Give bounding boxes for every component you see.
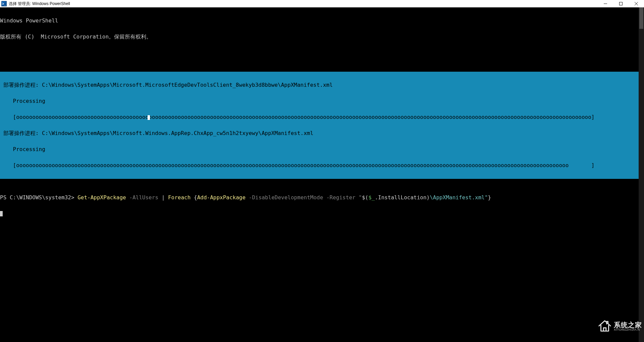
prompt: PS C:\WINDOWS\system32> (0, 194, 77, 201)
window-buttons (598, 0, 644, 7)
deployment-progress: 部署操作进程: C:\Windows\SystemApps\Microsoft.… (0, 72, 644, 179)
terminal[interactable]: Windows PowerShell 版权所有 (C) Microsoft Co… (0, 7, 644, 342)
cmd-flags: -DisableDevelopmentMode -Register (246, 194, 359, 201)
minimize-button[interactable] (598, 0, 613, 7)
watermark: 系统之家 XITONGZHIJIA.N (585, 313, 642, 340)
cmd-brace-close: } (488, 194, 491, 201)
selection-cursor (148, 115, 150, 120)
progress-0-title: 部署操作进程: C:\Windows\SystemApps\Microsoft.… (0, 82, 644, 88)
cursor-line (0, 211, 644, 216)
scrollbar-thumb[interactable] (639, 7, 643, 29)
svg-rect-0 (620, 2, 623, 5)
progress-1-title: 部署操作进程: C:\Windows\SystemApps\Microsoft.… (0, 131, 644, 136)
watermark-text: 系统之家 XITONGZHIJIA.N (614, 322, 642, 331)
input-cursor (0, 211, 3, 216)
close-button[interactable] (629, 0, 644, 7)
cmd-allusers: -AllUsers (126, 194, 162, 201)
cmd-q1: " (359, 194, 362, 201)
progress-0-status: Processing (0, 98, 644, 104)
minimize-icon (604, 2, 607, 5)
watermark-cn: 系统之家 (614, 322, 642, 328)
cmd-installlocation: .InstallLocation (375, 194, 426, 201)
banner-line-2: 版权所有 (C) Microsoft Corporation。保留所有权利。 (0, 34, 644, 40)
maximize-button[interactable] (613, 0, 629, 7)
scrollbar-track[interactable] (639, 7, 644, 342)
blank-line (0, 50, 644, 56)
progress-0-bar: [ooooooooooooooooooooooooooooooooooooooo… (0, 115, 644, 120)
cmd-dollar-underscore: $_ (368, 194, 375, 201)
watermark-house-icon (585, 313, 612, 340)
cmd-subexpr-open: $( (362, 194, 368, 201)
cmd-manifestpath: \AppXManifest.xml" (430, 194, 488, 201)
titlebar-left: >_ 选择 管理员: Windows PowerShell (0, 1, 70, 7)
titlebar[interactable]: >_ 选择 管理员: Windows PowerShell (0, 0, 644, 7)
cmd-getappxpackage: Get-AppXPackage (77, 194, 126, 201)
banner-line-1: Windows PowerShell (0, 18, 644, 23)
cmd-brace-open: { (191, 194, 197, 201)
powershell-window: >_ 选择 管理员: Windows PowerShell Windows Po… (0, 0, 644, 342)
cmd-foreach: Foreach (168, 194, 191, 201)
command-line: PS C:\WINDOWS\system32> Get-AppXPackage … (0, 195, 644, 200)
progress-1-bar: [ooooooooooooooooooooooooooooooooooooooo… (0, 163, 644, 168)
close-icon (635, 2, 638, 5)
window-title: 选择 管理员: Windows PowerShell (9, 1, 70, 7)
cmd-subexpr-close: ) (427, 194, 430, 201)
powershell-icon: >_ (1, 1, 7, 6)
watermark-en: XITONGZHIJIA.N (614, 328, 642, 331)
maximize-icon (619, 2, 623, 5)
progress-1-status: Processing (0, 147, 644, 152)
cmd-addappxpackage: Add-AppxPackage (197, 194, 246, 201)
cmd-pipe: | (162, 194, 168, 201)
